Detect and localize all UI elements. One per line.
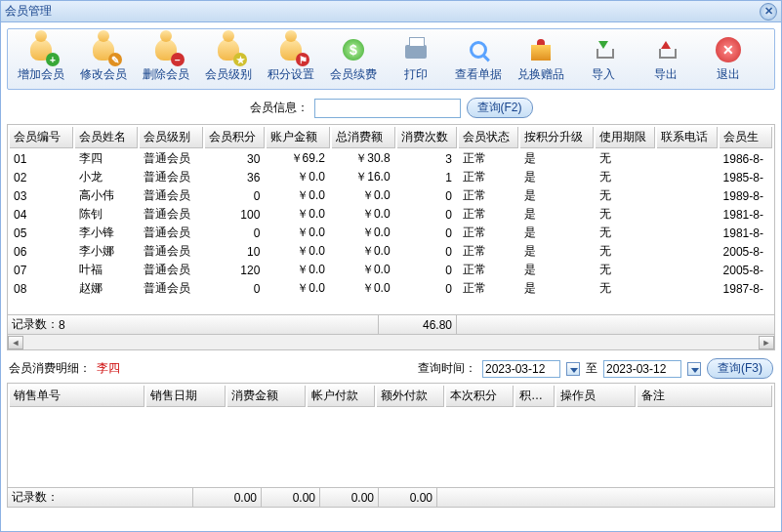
col-header[interactable]: 消费次数	[397, 127, 457, 148]
col-header[interactable]: 会员积分	[205, 127, 265, 148]
import-button[interactable]: 导入	[576, 33, 631, 85]
window-title: 会员管理	[5, 3, 760, 20]
table-row[interactable]: 05李小锋普通会员0￥0.0￥0.00正常是无1981-8-	[10, 225, 772, 241]
footer-v2: 0.00	[262, 488, 320, 507]
add-member-button[interactable]: +增加会员	[14, 33, 68, 85]
person-pts-icon: ⚑	[274, 35, 308, 64]
cell-points: 120	[205, 262, 265, 278]
cell-points: 0	[205, 225, 265, 241]
table-row[interactable]: 02小龙普通会员36￥0.0￥16.01正常是无1985-8-	[10, 169, 772, 185]
date-from-input[interactable]	[482, 360, 560, 378]
cell-level: 普通会员	[140, 225, 203, 241]
member-grid[interactable]: 会员编号会员姓名会员级别会员积分账户金额总消费额消费次数会员状态按积分升级使用期…	[8, 125, 774, 299]
detail-label: 会员消费明细：	[9, 360, 91, 377]
scroll-right-icon[interactable]: ►	[759, 336, 774, 349]
col-header[interactable]: 会员姓名	[75, 127, 139, 148]
cell-balance: ￥0.0	[267, 187, 330, 204]
points-setting-button[interactable]: ⚑积分设置	[264, 33, 318, 85]
member-level-button[interactable]: ★会员级别	[201, 33, 256, 85]
cell-level: 普通会员	[140, 262, 203, 278]
cell-spent: ￥16.0	[332, 169, 395, 185]
sum-cell: 46.80	[379, 315, 457, 334]
cell-spent: ￥0.0	[332, 243, 395, 260]
col-header[interactable]: 联系电话	[657, 127, 717, 148]
date-to-input[interactable]	[603, 360, 681, 378]
cell-spent: ￥0.0	[332, 280, 395, 297]
table-row[interactable]: 01李四普通会员30￥69.2￥30.83正常是无1986-8-	[10, 150, 772, 167]
close-icon[interactable]: ✕	[760, 3, 777, 20]
calendar-icon[interactable]	[566, 362, 580, 376]
cell-points: 0	[205, 280, 265, 297]
search-button[interactable]: 查询(F2)	[467, 98, 533, 118]
cell-name: 高小伟	[75, 187, 139, 204]
detail-search-button[interactable]: 查询(F3)	[707, 358, 773, 379]
detail-grid-wrap: 销售单号销售日期消费金额帐户付款额外付款本次积分积…操作员备注	[7, 383, 775, 488]
h-scrollbar[interactable]: ◄ ►	[7, 335, 775, 350]
table-row[interactable]: 07叶福普通会员120￥0.0￥0.00正常是无2005-8-	[10, 262, 772, 278]
arrow-out-icon	[649, 35, 682, 64]
table-row[interactable]: 08赵娜普通会员0￥0.0￥0.00正常是无1987-8-	[10, 280, 772, 297]
exchange-gift-button[interactable]: 兑换赠品	[514, 33, 568, 85]
cell-times: 3	[397, 150, 457, 167]
col-header[interactable]: 积…	[515, 386, 555, 407]
cell-upgrade: 是	[520, 225, 593, 241]
date-separator: 至	[586, 360, 597, 377]
table-row[interactable]: 03高小伟普通会员0￥0.0￥0.00正常是无1989-8-	[10, 187, 772, 204]
cell-expire: 无	[596, 225, 655, 241]
col-header[interactable]: 操作员	[556, 386, 636, 407]
edit-member-button[interactable]: ✎修改会员	[76, 33, 131, 85]
cell-id: 04	[10, 206, 73, 223]
cell-upgrade: 是	[520, 187, 593, 204]
footer-v1: 0.00	[193, 488, 262, 507]
toolbar-label: 兑换赠品	[517, 66, 564, 83]
person-lvl-icon: ★	[212, 35, 245, 64]
col-header[interactable]: 销售单号	[10, 386, 144, 407]
cell-points: 36	[205, 169, 265, 185]
cell-spent: ￥0.0	[332, 187, 395, 204]
cell-spent: ￥0.0	[332, 206, 395, 223]
search-label: 会员信息：	[250, 100, 309, 116]
col-header[interactable]: 会员状态	[459, 127, 518, 148]
col-header[interactable]: 帐户付款	[308, 386, 375, 407]
toolbar-label: 修改会员	[80, 66, 127, 83]
col-header[interactable]: 本次积分	[446, 386, 514, 407]
col-header[interactable]: 备注	[638, 386, 772, 407]
titlebar[interactable]: 会员管理 ✕	[1, 1, 781, 22]
detail-grid[interactable]: 销售单号销售日期消费金额帐户付款额外付款本次积分积…操作员备注	[8, 384, 774, 409]
cell-name: 李小娜	[75, 243, 139, 260]
col-header[interactable]: 额外付款	[377, 386, 444, 407]
cell-points: 0	[205, 187, 265, 204]
col-header[interactable]: 按积分升级	[520, 127, 593, 148]
col-header[interactable]: 账户金额	[267, 127, 330, 148]
cell-upgrade: 是	[520, 280, 593, 297]
cell-times: 0	[397, 243, 457, 260]
col-header[interactable]: 会员生	[720, 127, 772, 148]
col-header[interactable]: 使用期限	[596, 127, 655, 148]
col-header[interactable]: 销售日期	[146, 386, 226, 407]
col-header[interactable]: 总消费额	[332, 127, 395, 148]
search-input[interactable]	[314, 99, 461, 118]
view-receipt-button[interactable]: 查看单据	[451, 33, 506, 85]
col-header[interactable]: 消费金额	[227, 386, 307, 407]
record-count: 8	[59, 318, 65, 332]
toolbar-label: 查看单据	[455, 66, 502, 83]
cell-name: 赵娜	[75, 280, 139, 297]
scroll-left-icon[interactable]: ◄	[8, 336, 23, 349]
delete-member-button[interactable]: −删除会员	[139, 33, 193, 85]
cell-level: 普通会员	[140, 169, 203, 185]
footer-v3: 0.00	[320, 488, 379, 507]
cell-spent: ￥0.0	[332, 262, 395, 278]
col-header[interactable]: 会员级别	[140, 127, 203, 148]
table-row[interactable]: 06李小娜普通会员10￥0.0￥0.00正常是无2005-8-	[10, 243, 772, 260]
table-row[interactable]: 04陈钊普通会员100￥0.0￥0.00正常是无1981-8-	[10, 206, 772, 223]
calendar-icon[interactable]	[687, 362, 701, 376]
col-header[interactable]: 会员编号	[10, 127, 73, 148]
cell-times: 1	[397, 169, 457, 185]
cell-points: 10	[205, 243, 265, 260]
detail-header: 会员消费明细： 李四 查询时间： 至 查询(F3)	[1, 354, 781, 383]
member-renew-button[interactable]: $会员续费	[326, 33, 381, 85]
export-button[interactable]: 导出	[638, 33, 693, 85]
print-button[interactable]: 打印	[389, 33, 443, 85]
exit-button[interactable]: ✕退出	[701, 33, 756, 85]
print-icon	[399, 35, 432, 64]
